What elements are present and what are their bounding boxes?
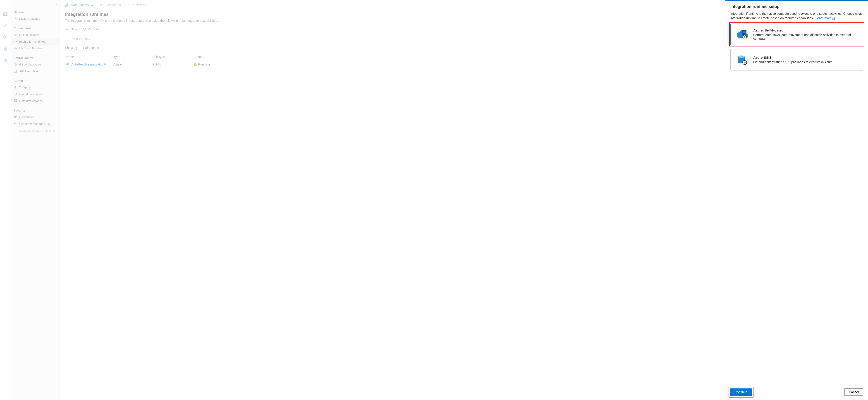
card-title: Azure, Self-Hosted [753, 28, 858, 32]
panel-description: Integration Runtime is the native comput… [731, 11, 863, 21]
card-subtitle: Lift-and-shift existing SSIS packages to… [753, 60, 834, 64]
publish-all-button[interactable]: Publish all [127, 3, 146, 7]
svg-rect-17 [65, 5, 66, 6]
monitor-icon[interactable] [2, 34, 9, 40]
sidebar-item-microsoft-purview[interactable]: Microsoft Purview [11, 45, 59, 52]
refresh-button[interactable]: Refresh [83, 27, 99, 32]
svg-rect-3 [4, 47, 6, 48]
col-name[interactable]: Name↑↓ [65, 53, 113, 60]
sort-icon: ↑↓ [75, 56, 78, 58]
svg-point-1 [4, 36, 6, 38]
col-type[interactable]: Type↑↓ [114, 53, 152, 60]
sidebar-item-label: ARM template [19, 69, 38, 73]
azure-self-hosted-icon [736, 28, 748, 41]
continue-button[interactable]: Continue [731, 389, 752, 396]
sort-icon: ↑↓ [122, 56, 124, 58]
manage-sidebar: « General Factory settings Connections L… [11, 0, 60, 400]
key-icon [13, 122, 17, 125]
expand-rail-icon[interactable]: » [4, 1, 6, 5]
svg-point-7 [15, 48, 16, 49]
validate-all-button[interactable]: ✓⁼ Validate all [100, 3, 121, 7]
new-label: New [71, 27, 77, 31]
refresh-label: Refresh [88, 27, 99, 31]
sort-icon: ↑↓ [166, 56, 169, 58]
learn-more-link[interactable]: Learn more [815, 16, 835, 20]
card-azure-self-hosted[interactable]: Azure, Self-Hosted Perform data flows, d… [731, 24, 863, 45]
integration-runtime-setup-panel: Integration runtime setup Integration Ru… [725, 0, 868, 400]
cloud-azure-icon [65, 62, 69, 66]
publish-label: Publish all [132, 3, 146, 7]
sidebar-item-dataflow-libraries[interactable]: Data flow libraries [11, 97, 59, 104]
row-name: AutoResolveIntegrationR... [71, 62, 109, 66]
template-icon [13, 69, 17, 73]
status-ok-icon: ✓ [193, 63, 197, 66]
sidebar-section-connections: Connections [11, 22, 59, 31]
svg-point-9 [15, 65, 16, 65]
svg-point-14 [14, 116, 16, 117]
svg-rect-18 [66, 4, 67, 6]
sidebar-item-linked-services[interactable]: Linked services [11, 31, 59, 38]
cancel-button[interactable]: Cancel [844, 389, 863, 396]
graduation-icon[interactable] [2, 58, 9, 64]
row-type: Azure [114, 61, 152, 68]
cloud-lock-icon [13, 129, 17, 132]
external-link-icon [833, 17, 835, 20]
git-icon [13, 62, 17, 66]
sidebar-item-git-configuration[interactable]: Git configuration [11, 61, 59, 68]
sidebar-section-author: Author [11, 75, 59, 84]
card-azure-ssis[interactable]: Azure-SSIS Lift-and-shift existing SSIS … [731, 49, 863, 70]
people-icon [13, 115, 17, 119]
sidebar-item-arm-template[interactable]: ARM template [11, 68, 59, 75]
sidebar-item-factory-settings[interactable]: Factory settings [11, 15, 59, 22]
sidebar-item-integration-runtimes[interactable]: Integration runtimes [11, 38, 59, 45]
svg-point-15 [16, 116, 17, 117]
panel-title: Integration runtime setup [731, 4, 863, 9]
svg-point-6 [15, 41, 15, 42]
toolbox-icon[interactable] [2, 46, 9, 52]
sidebar-item-label: Global parameters [19, 92, 43, 96]
sidebar-section-general: General [11, 1, 59, 15]
svg-rect-23 [743, 31, 746, 31]
svg-point-27 [738, 56, 745, 58]
pencil-icon[interactable] [2, 22, 9, 29]
new-button[interactable]: ＋ New [65, 27, 77, 32]
runtime-icon [13, 40, 17, 43]
svg-rect-5 [14, 41, 17, 42]
sidebar-item-triggers[interactable]: Triggers [11, 84, 59, 91]
row-subtype: Public [152, 61, 193, 68]
check-icon: ✓⁼ [100, 3, 104, 7]
left-icon-rail: » [0, 0, 11, 400]
sidebar-item-label: Git configuration [19, 63, 41, 66]
svg-rect-24 [743, 32, 746, 33]
sidebar-item-label: Credentials [19, 115, 34, 119]
sidebar-item-label: Linked services [19, 33, 40, 36]
brand-label: Data Factory [71, 3, 89, 7]
card-subtitle: Perform data flows, data movement and di… [753, 33, 858, 40]
sidebar-item-customer-managed-key[interactable]: Customer managed key [11, 120, 59, 127]
eye-icon [13, 47, 17, 50]
sidebar-item-label: Microsoft Purview [19, 47, 42, 50]
col-subtype[interactable]: Sub-type↑↓ [152, 53, 193, 60]
filter-input[interactable] [65, 35, 111, 42]
card-title: Azure-SSIS [753, 56, 834, 59]
plus-icon: ＋ [65, 27, 69, 32]
refresh-icon [83, 27, 86, 31]
sidebar-item-label: Factory settings [19, 17, 40, 20]
svg-rect-19 [67, 3, 68, 6]
sidebar-item-label: Triggers [19, 86, 30, 89]
data-factory-icon [65, 3, 69, 7]
collapse-sidebar-icon[interactable]: « [56, 2, 58, 6]
svg-rect-2 [4, 48, 7, 51]
brand-dropdown[interactable]: Data Factory ⌄ [65, 3, 93, 7]
upload-icon [127, 3, 130, 6]
sidebar-item-label: Managed private endpoints [19, 129, 55, 132]
globe-icon [13, 92, 17, 96]
sort-icon: ↑↓ [204, 56, 207, 58]
link-icon [13, 33, 17, 36]
home-icon[interactable] [2, 10, 9, 17]
sidebar-item-credentials[interactable]: Credentials [11, 114, 59, 120]
sidebar-item-label: Customer managed key [19, 122, 51, 125]
trigger-icon [13, 85, 17, 89]
sidebar-item-global-parameters[interactable]: Global parameters [11, 91, 59, 97]
svg-point-8 [15, 63, 16, 64]
